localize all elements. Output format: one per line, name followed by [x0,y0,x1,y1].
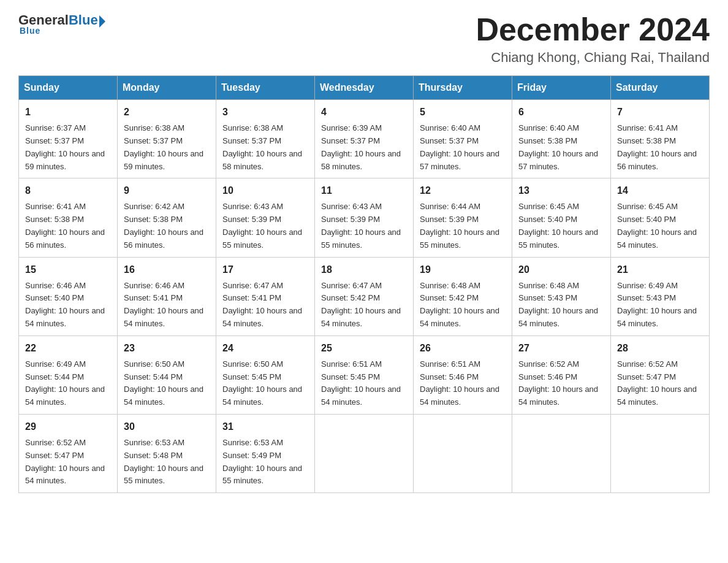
day-number: 7 [617,105,703,120]
day-sunrise: Sunrise: 6:52 AM [617,359,678,369]
calendar-day-cell: 1 Sunrise: 6:37 AM Sunset: 5:37 PM Dayli… [19,100,118,178]
calendar-day-cell: 5 Sunrise: 6:40 AM Sunset: 5:37 PM Dayli… [414,100,512,178]
day-number: 23 [124,341,210,356]
day-daylight: Daylight: 10 hours and 54 minutes. [321,306,401,328]
calendar-day-cell: 6 Sunrise: 6:40 AM Sunset: 5:38 PM Dayli… [512,100,611,178]
day-sunset: Sunset: 5:42 PM [321,293,380,302]
day-number: 5 [420,105,506,120]
calendar-day-cell: 18 Sunrise: 6:47 AM Sunset: 5:42 PM Dayl… [315,257,414,335]
day-sunrise: Sunrise: 6:51 AM [321,359,382,369]
calendar-day-cell: 15 Sunrise: 6:46 AM Sunset: 5:40 PM Dayl… [19,257,118,335]
day-daylight: Daylight: 10 hours and 55 minutes. [124,464,203,486]
calendar-table: SundayMondayTuesdayWednesdayThursdayFrid… [18,75,710,493]
day-number: 21 [617,262,703,277]
calendar-day-cell: 12 Sunrise: 6:44 AM Sunset: 5:39 PM Dayl… [414,178,512,257]
day-number: 12 [420,183,506,198]
day-sunrise: Sunrise: 6:52 AM [518,359,579,369]
month-title: December 2024 [476,12,710,47]
title-section: December 2024 Chiang Khong, Chiang Rai, … [476,12,710,66]
calendar-day-cell: 9 Sunrise: 6:42 AM Sunset: 5:38 PM Dayli… [118,178,216,257]
day-number: 30 [124,419,210,434]
day-daylight: Daylight: 10 hours and 57 minutes. [518,149,598,171]
day-sunset: Sunset: 5:37 PM [124,136,183,145]
day-sunset: Sunset: 5:37 PM [222,136,281,145]
day-sunrise: Sunrise: 6:40 AM [420,123,480,132]
day-sunrise: Sunrise: 6:43 AM [222,202,283,211]
calendar-day-cell [512,414,611,492]
calendar-day-cell: 27 Sunrise: 6:52 AM Sunset: 5:46 PM Dayl… [512,335,611,414]
day-sunrise: Sunrise: 6:50 AM [124,359,184,369]
day-number: 4 [321,105,407,120]
day-number: 31 [222,419,308,434]
day-daylight: Daylight: 10 hours and 54 minutes. [321,385,401,407]
day-daylight: Daylight: 10 hours and 54 minutes. [518,306,598,328]
calendar-day-cell: 7 Sunrise: 6:41 AM Sunset: 5:38 PM Dayli… [611,100,710,178]
day-sunrise: Sunrise: 6:52 AM [25,438,86,447]
day-number: 27 [518,341,604,356]
weekday-header-thursday: Thursday [414,76,512,100]
day-sunset: Sunset: 5:37 PM [25,136,84,145]
day-sunset: Sunset: 5:38 PM [124,215,183,224]
day-daylight: Daylight: 10 hours and 54 minutes. [420,385,499,407]
day-sunrise: Sunrise: 6:38 AM [124,123,184,132]
calendar-day-cell: 17 Sunrise: 6:47 AM Sunset: 5:41 PM Dayl… [216,257,315,335]
day-number: 8 [25,183,111,198]
calendar-day-cell [611,414,710,492]
weekday-header-wednesday: Wednesday [315,76,414,100]
day-number: 22 [25,341,111,356]
weekday-header-saturday: Saturday [611,76,710,100]
day-sunrise: Sunrise: 6:37 AM [25,123,86,132]
day-daylight: Daylight: 10 hours and 54 minutes. [124,385,203,407]
calendar-day-cell: 10 Sunrise: 6:43 AM Sunset: 5:39 PM Dayl… [216,178,315,257]
day-sunrise: Sunrise: 6:47 AM [321,281,382,290]
day-sunrise: Sunrise: 6:47 AM [222,281,283,290]
day-sunset: Sunset: 5:40 PM [25,293,84,302]
day-number: 25 [321,341,407,356]
day-daylight: Daylight: 10 hours and 54 minutes. [222,385,302,407]
day-number: 26 [420,341,506,356]
day-sunrise: Sunrise: 6:49 AM [617,281,678,290]
day-daylight: Daylight: 10 hours and 54 minutes. [124,306,203,328]
calendar-day-cell: 24 Sunrise: 6:50 AM Sunset: 5:45 PM Dayl… [216,335,315,414]
day-number: 11 [321,183,407,198]
day-sunrise: Sunrise: 6:39 AM [321,123,382,132]
calendar-day-cell: 22 Sunrise: 6:49 AM Sunset: 5:44 PM Dayl… [19,335,118,414]
day-daylight: Daylight: 10 hours and 54 minutes. [25,464,105,486]
day-daylight: Daylight: 10 hours and 54 minutes. [617,306,697,328]
day-sunset: Sunset: 5:47 PM [617,372,676,381]
day-sunrise: Sunrise: 6:46 AM [124,281,184,290]
day-sunrise: Sunrise: 6:38 AM [222,123,283,132]
weekday-header-tuesday: Tuesday [216,76,315,100]
day-daylight: Daylight: 10 hours and 58 minutes. [222,149,302,171]
day-sunrise: Sunrise: 6:48 AM [420,281,480,290]
day-number: 20 [518,262,604,277]
day-sunrise: Sunrise: 6:53 AM [124,438,184,447]
day-sunset: Sunset: 5:38 PM [617,136,676,145]
day-sunset: Sunset: 5:44 PM [124,372,183,381]
calendar-day-cell: 4 Sunrise: 6:39 AM Sunset: 5:37 PM Dayli… [315,100,414,178]
day-number: 28 [617,341,703,356]
calendar-week-row: 15 Sunrise: 6:46 AM Sunset: 5:40 PM Dayl… [19,257,710,335]
day-sunrise: Sunrise: 6:46 AM [25,281,86,290]
day-number: 13 [518,183,604,198]
day-number: 29 [25,419,111,434]
weekday-header-sunday: Sunday [19,76,118,100]
day-number: 14 [617,183,703,198]
day-daylight: Daylight: 10 hours and 55 minutes. [420,228,499,250]
day-number: 10 [222,183,308,198]
day-sunrise: Sunrise: 6:42 AM [124,202,184,211]
day-sunset: Sunset: 5:41 PM [222,293,281,302]
day-sunset: Sunset: 5:38 PM [518,136,577,145]
day-sunrise: Sunrise: 6:41 AM [617,123,678,132]
weekday-header-monday: Monday [118,76,216,100]
day-daylight: Daylight: 10 hours and 55 minutes. [518,228,598,250]
day-sunrise: Sunrise: 6:43 AM [321,202,382,211]
day-daylight: Daylight: 10 hours and 54 minutes. [25,306,105,328]
calendar-week-row: 1 Sunrise: 6:37 AM Sunset: 5:37 PM Dayli… [19,100,710,178]
day-sunrise: Sunrise: 6:50 AM [222,359,283,369]
weekday-header-friday: Friday [512,76,611,100]
calendar-week-row: 29 Sunrise: 6:52 AM Sunset: 5:47 PM Dayl… [19,414,710,492]
day-number: 19 [420,262,506,277]
calendar-day-cell: 16 Sunrise: 6:46 AM Sunset: 5:41 PM Dayl… [118,257,216,335]
day-daylight: Daylight: 10 hours and 59 minutes. [124,149,203,171]
